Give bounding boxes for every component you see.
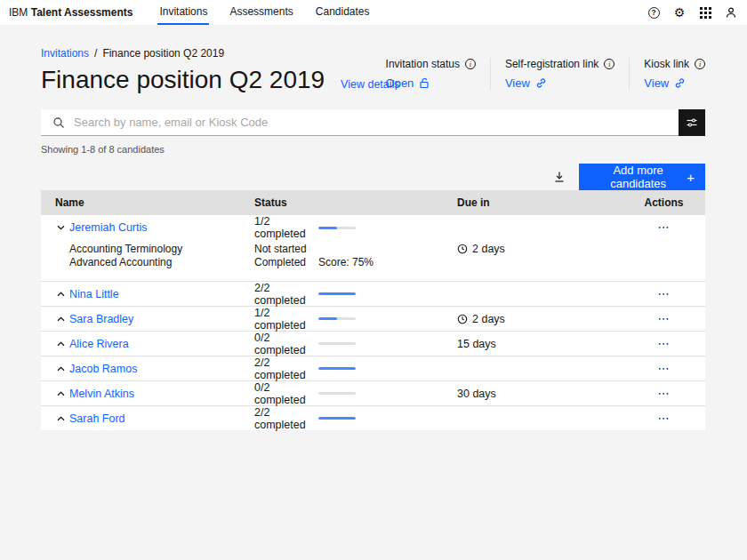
link-icon <box>535 77 547 89</box>
self-registration-group: Self-registration link i View <box>490 58 629 90</box>
overflow-menu-button[interactable]: ⋯ <box>655 361 674 377</box>
breadcrumb-invitations-link[interactable]: Invitations <box>41 47 89 60</box>
overflow-menu-button[interactable]: ⋯ <box>655 286 674 302</box>
invitation-status-label: Invitation status <box>386 58 460 70</box>
due-text: 30 days <box>457 388 496 400</box>
candidate-name-link[interactable]: Alice Rivera <box>69 338 129 350</box>
chevron-up-icon <box>57 391 65 396</box>
search-icon <box>52 116 65 129</box>
breadcrumb-separator: / <box>94 47 97 60</box>
assessment-status: Completed <box>254 256 318 268</box>
due-text: 2 days <box>472 313 505 325</box>
candidate-name-link[interactable]: Sara Bradley <box>69 313 133 325</box>
kiosk-view-text: View <box>644 76 669 90</box>
kiosk-link-group: Kiosk link i View <box>629 58 705 90</box>
add-candidates-label: Add more candidates <box>590 164 687 190</box>
breadcrumb-current: Finance position Q2 2019 <box>102 47 224 60</box>
progress-bar <box>318 392 356 395</box>
progress-bar <box>318 367 356 370</box>
chevron-up-icon <box>57 366 65 372</box>
kiosk-view-link[interactable]: View <box>644 76 705 90</box>
candidate-row: Sara Bradley 1/2 completed 2 days ⋯ <box>41 306 705 331</box>
chevron-up-icon <box>57 416 65 421</box>
tab-assessments[interactable]: Assessments <box>228 0 294 25</box>
column-header-name: Name <box>41 196 254 209</box>
candidates-table: Name Status Due in Actions Jeremiah Curt… <box>41 190 705 430</box>
expand-row-button[interactable] <box>55 413 66 424</box>
brand-name: Talent Assessments <box>31 6 133 19</box>
filter-button[interactable] <box>679 109 705 136</box>
app-switcher-button[interactable] <box>698 5 712 20</box>
expanded-assessments: Accounting Terminology Not started 2 day… <box>41 240 705 281</box>
help-icon: ? <box>648 7 660 19</box>
candidate-name-link[interactable]: Jacob Ramos <box>69 363 137 375</box>
tab-invitations[interactable]: Invitations <box>157 0 209 25</box>
tab-candidates[interactable]: Candidates <box>314 0 372 25</box>
info-icon[interactable]: i <box>465 59 476 69</box>
add-candidates-button[interactable]: Add more candidates + <box>579 164 705 190</box>
overflow-menu-button[interactable]: ⋯ <box>655 411 674 427</box>
candidate-row: Jacob Ramos 2/2 completed ⋯ <box>41 356 705 380</box>
settings-button[interactable]: ⚙ <box>672 5 687 20</box>
candidate-row: Jeremiah Curtis 1/2 completed ⋯ <box>41 215 705 240</box>
unlocked-icon <box>419 77 430 89</box>
clock-icon <box>457 244 468 254</box>
search-row <box>41 109 705 136</box>
candidate-row: Alice Rivera 0/2 completed 15 days ⋯ <box>41 331 705 356</box>
app-screen: IBM Talent Assessments Invitations Asses… <box>0 0 747 560</box>
clock-icon <box>457 314 468 324</box>
assessment-status: Not started <box>254 243 318 255</box>
invitation-status-text: Open <box>386 76 414 90</box>
candidate-name-link[interactable]: Nina Little <box>69 288 119 300</box>
invitation-info-groups: Invitation status i Open Self-registrati… <box>372 58 705 90</box>
expand-row-button[interactable] <box>55 388 66 399</box>
expand-row-button[interactable] <box>55 339 66 349</box>
overflow-menu-button[interactable]: ⋯ <box>655 336 674 352</box>
assessment-due: 2 days <box>472 243 505 255</box>
invitation-status-value[interactable]: Open <box>386 76 476 90</box>
overflow-menu-button[interactable]: ⋯ <box>655 311 674 327</box>
overflow-menu-button[interactable]: ⋯ <box>655 386 674 402</box>
info-icon[interactable]: i <box>604 59 614 69</box>
top-nav: IBM Talent Assessments Invitations Asses… <box>0 0 747 25</box>
status-text: 2/2 completed <box>254 356 318 381</box>
progress-bar <box>318 342 356 345</box>
results-count: Showing 1-8 of 8 candidates <box>41 144 705 155</box>
table-header: Name Status Due in Actions <box>41 190 705 215</box>
collapse-row-button[interactable] <box>55 222 66 233</box>
invitation-status-label-row: Invitation status i <box>386 58 476 70</box>
candidate-name-link[interactable]: Sarah Ford <box>69 412 125 425</box>
expand-row-button[interactable] <box>55 364 66 374</box>
column-header-due: Due in <box>457 196 622 209</box>
page-header: Invitations / Finance position Q2 2019 F… <box>41 47 705 95</box>
candidate-row: Melvin Atkins 0/2 completed 30 days ⋯ <box>41 380 705 405</box>
chevron-up-icon <box>57 316 65 322</box>
plus-icon: + <box>687 171 695 184</box>
assessment-name: Accounting Terminology <box>69 243 182 255</box>
overflow-menu-button[interactable]: ⋯ <box>655 220 674 236</box>
page-content: Invitations / Finance position Q2 2019 F… <box>0 25 747 430</box>
candidate-row: Sarah Ford 2/2 completed ⋯ <box>41 405 705 430</box>
column-header-status: Status <box>254 196 457 209</box>
kiosk-link-label-row: Kiosk link i <box>644 58 705 70</box>
brand: IBM Talent Assessments <box>9 6 133 19</box>
info-icon[interactable]: i <box>695 59 705 69</box>
status-text: 0/2 completed <box>254 381 318 406</box>
expand-row-button[interactable] <box>55 314 66 324</box>
download-icon <box>553 171 566 183</box>
search-input[interactable] <box>41 109 679 135</box>
help-button[interactable]: ? <box>647 5 661 20</box>
progress-bar <box>318 317 356 320</box>
assessment-score: Score: 75% <box>318 256 374 268</box>
nav-actions: ? ⚙ <box>647 5 738 20</box>
candidate-name-link[interactable]: Jeremiah Curtis <box>69 221 148 234</box>
status-text: 2/2 completed <box>254 406 318 431</box>
user-button[interactable] <box>724 5 738 20</box>
kiosk-link-label: Kiosk link <box>644 58 689 70</box>
expand-row-button[interactable] <box>55 289 66 300</box>
user-icon <box>725 6 737 19</box>
download-button[interactable] <box>546 164 573 190</box>
self-registration-view-link[interactable]: View <box>505 76 614 90</box>
candidate-name-link[interactable]: Melvin Atkins <box>69 388 134 400</box>
status-text: 2/2 completed <box>254 282 318 307</box>
